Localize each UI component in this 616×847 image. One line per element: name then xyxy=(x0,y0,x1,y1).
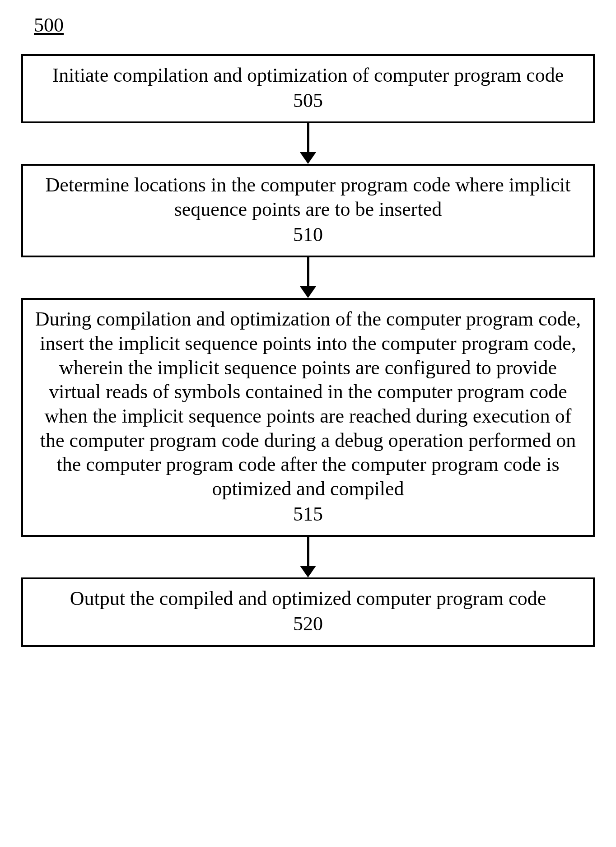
step-box-510: Determine locations in the computer prog… xyxy=(21,164,595,257)
step-number: 520 xyxy=(33,612,583,636)
flowchart-container: Initiate compilation and optimization of… xyxy=(18,54,598,647)
arrow-down-icon xyxy=(300,123,316,164)
step-number: 505 xyxy=(33,88,583,113)
step-text: Initiate compilation and optimization of… xyxy=(52,64,564,86)
arrow-down-icon xyxy=(300,257,316,298)
step-box-505: Initiate compilation and optimization of… xyxy=(21,54,595,123)
step-text: During compilation and optimization of t… xyxy=(35,308,581,500)
step-text: Determine locations in the computer prog… xyxy=(45,174,570,220)
flowchart-page: 500 Initiate compilation and optimizatio… xyxy=(0,0,616,847)
step-box-515: During compilation and optimization of t… xyxy=(21,298,595,537)
step-text: Output the compiled and optimized comput… xyxy=(70,587,546,610)
figure-reference-number: 500 xyxy=(34,14,64,37)
step-number: 515 xyxy=(33,502,583,526)
step-number: 510 xyxy=(33,223,583,247)
arrow-down-icon xyxy=(300,537,316,577)
step-box-520: Output the compiled and optimized comput… xyxy=(21,577,595,647)
